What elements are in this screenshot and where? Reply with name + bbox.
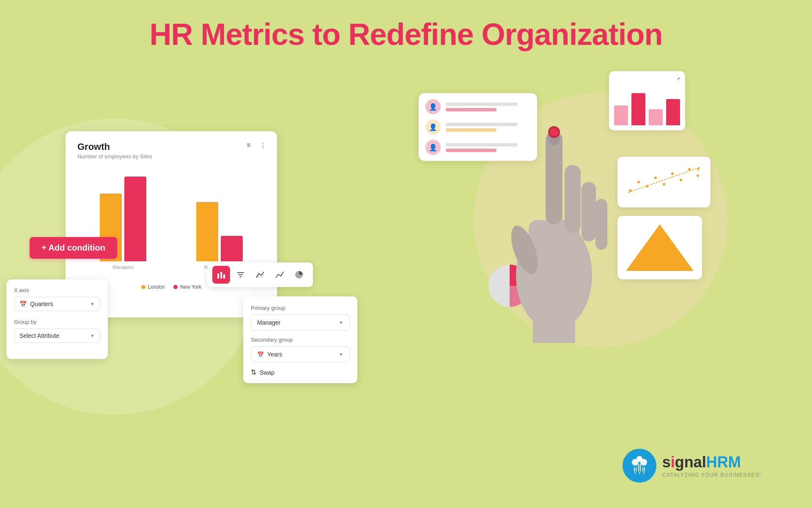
logo-circle: [623, 449, 656, 483]
svg-rect-23: [565, 165, 581, 233]
toolbar-area-chart-button[interactable]: [251, 266, 269, 284]
primary-group-select[interactable]: Manager ▼: [251, 315, 350, 331]
toolbar-bar-chart-button[interactable]: [212, 266, 230, 284]
x-axis-value: Quarters: [30, 301, 53, 307]
group-by-select[interactable]: Select Attribute ▼: [14, 329, 100, 343]
legend-london: London: [141, 284, 165, 290]
svg-marker-17: [697, 167, 700, 171]
svg-marker-36: [639, 472, 640, 474]
bar-nonmanagers-london: [196, 202, 218, 261]
legend-dot-newyork: [173, 285, 178, 289]
svg-marker-35: [643, 472, 645, 474]
bar-pair-2: [196, 168, 243, 261]
svg-marker-34: [634, 472, 636, 474]
bar-group-nonmanagers: Non managers: [174, 168, 265, 270]
hand-area: [474, 76, 634, 364]
x-axis-chevron: ▼: [90, 301, 95, 306]
group-by-placeholder: Select Attribute: [19, 332, 59, 339]
svg-point-15: [697, 174, 699, 177]
x-axis-label: X axis: [14, 287, 100, 293]
svg-rect-25: [595, 199, 607, 250]
group-by-select-inner: Select Attribute: [19, 332, 59, 339]
svg-marker-18: [626, 224, 694, 271]
primary-group-value: Manager: [257, 319, 280, 326]
chart-type-toolbar: [207, 262, 313, 287]
secondary-group-label: Secondary group: [251, 337, 350, 343]
logo-text-area: s i gnal HRM CATALYZING YOUR BUSINESSES!: [662, 453, 761, 478]
avatar-1: 👤: [425, 99, 441, 114]
x-axis-select-inner: 📅 Quarters: [19, 301, 53, 307]
logo-signal-text: s: [662, 453, 671, 471]
avatar-2: 👤: [425, 119, 441, 135]
primary-group-label: Primary group: [251, 305, 350, 311]
svg-point-11: [663, 183, 665, 185]
sm-bar-3: [649, 109, 663, 125]
secondary-group-value: Years: [267, 351, 282, 358]
swap-icon: ⇅: [251, 368, 256, 376]
secondary-group-chevron: ▼: [339, 352, 343, 357]
logo-signal-rest: gnal: [675, 453, 706, 471]
svg-point-29: [550, 128, 558, 136]
legend-label-london: London: [148, 284, 165, 290]
svg-point-13: [680, 179, 682, 181]
chart-subtitle: Number of employees by Sites: [77, 153, 265, 160]
page-title: HR Metrics to Redefine Organization: [0, 17, 812, 52]
filter-icon[interactable]: ≡: [244, 141, 253, 150]
group-by-label: Group by: [14, 319, 100, 325]
svg-point-12: [671, 172, 674, 175]
swap-row[interactable]: ⇅ Swap: [251, 368, 350, 376]
primary-group-chevron: ▼: [339, 320, 343, 325]
svg-point-8: [637, 181, 640, 183]
legend-label-newyork: New York: [180, 284, 202, 290]
avatar-3: 👤: [425, 140, 441, 155]
bar-managers-newyork: [124, 177, 146, 261]
bar-label-managers: Managers: [113, 265, 134, 270]
chart-panel-icons: ≡ ⋮: [244, 141, 268, 150]
calendar-icon: 📅: [19, 301, 27, 307]
axis-panel: X axis 📅 Quarters ▼ Group by Select Attr…: [6, 279, 108, 359]
swap-label: Swap: [260, 369, 274, 376]
svg-line-16: [628, 167, 700, 193]
logo-area: s i gnal HRM CATALYZING YOUR BUSINESSES!: [623, 449, 761, 483]
bar-nonmanagers-newyork: [221, 236, 243, 261]
secondary-group-select[interactable]: 📅 Years ▼: [251, 346, 350, 362]
logo-tagline: CATALYZING YOUR BUSINESSES!: [662, 472, 761, 478]
small-chart-icon: ↗: [676, 76, 680, 82]
svg-rect-2: [223, 274, 225, 279]
legend-newyork: New York: [173, 284, 202, 290]
legend-dot-london: [141, 285, 145, 289]
svg-rect-0: [217, 273, 219, 279]
sm-bar-4: [666, 99, 680, 125]
logo-hrm-text: HRM: [706, 453, 741, 471]
svg-point-10: [654, 177, 657, 179]
toolbar-pie-chart-button[interactable]: [290, 266, 308, 284]
more-icon[interactable]: ⋮: [258, 141, 268, 150]
grouping-panel: Primary group Manager ▼ Secondary group …: [243, 296, 357, 383]
svg-rect-24: [582, 182, 596, 241]
add-condition-button[interactable]: + Add condition: [30, 237, 117, 259]
svg-rect-30: [533, 318, 575, 343]
group-by-chevron: ▼: [90, 333, 95, 338]
toolbar-filter-button[interactable]: [232, 266, 250, 284]
svg-rect-1: [220, 272, 222, 279]
toolbar-line-chart-button[interactable]: [271, 266, 288, 284]
x-axis-select[interactable]: 📅 Quarters ▼: [14, 297, 100, 311]
svg-point-33: [636, 456, 642, 462]
logo-i-letter: i: [671, 453, 675, 471]
chart-title: Growth: [77, 141, 265, 152]
